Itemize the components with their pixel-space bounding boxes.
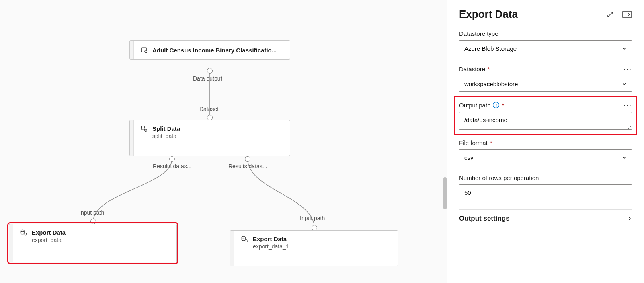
chevron-down-icon — [622, 46, 627, 51]
rows-input[interactable] — [459, 184, 632, 200]
required-asterisk: * — [502, 102, 504, 109]
node-handle[interactable] — [9, 224, 13, 262]
datastore-type-select[interactable]: Azure Blob Storage — [459, 40, 632, 56]
split-node-subtitle: split_data — [152, 133, 283, 139]
dataset-port-out-label: Data output — [193, 75, 222, 82]
output-path-label: Output path — [459, 102, 490, 109]
pipeline-canvas[interactable]: Adult Census Income Binary Classificatio… — [0, 0, 447, 283]
datastore-select[interactable]: workspaceblobstore — [459, 76, 632, 92]
node-handle[interactable] — [130, 120, 134, 156]
split-port-out2-label: Results datas... — [228, 163, 267, 169]
svg-point-4 — [21, 230, 24, 232]
panel-title: Export Data — [459, 8, 518, 21]
split-port-out1[interactable] — [169, 156, 175, 162]
chevron-right-icon — [627, 216, 632, 221]
svg-point-5 — [242, 236, 245, 238]
info-icon[interactable]: i — [493, 102, 499, 108]
output-path-more-button[interactable]: ··· — [623, 101, 632, 109]
export1-port-in-label: Input path — [79, 209, 104, 216]
dataset-port-out[interactable] — [207, 68, 213, 74]
node-handle[interactable] — [130, 41, 134, 59]
export2-node-title: Export Data — [253, 235, 391, 242]
panel-header: Export Data — [459, 8, 632, 21]
node-handle[interactable] — [230, 231, 234, 266]
output-settings-label: Output settings — [459, 215, 510, 223]
datastore-type-value: Azure Blob Storage — [464, 45, 517, 52]
properties-panel: Export Data Datastore type Azure Blob St… — [447, 0, 644, 283]
chevron-down-icon — [622, 155, 627, 160]
file-format-select[interactable]: csv — [459, 149, 632, 165]
export2-port-in-label: Input path — [300, 215, 325, 221]
dataset-icon — [140, 46, 148, 54]
split-port-out2[interactable] — [245, 156, 250, 162]
datastore-type-group: Datastore type Azure Blob Storage — [459, 30, 632, 56]
split-data-icon — [140, 125, 148, 132]
file-format-group: File format * csv — [459, 139, 632, 165]
datastore-type-label: Datastore type — [459, 30, 632, 37]
split-node-title: Split Data — [152, 125, 283, 132]
export2-port-in[interactable] — [312, 225, 317, 231]
datastore-label: Datastore — [459, 66, 485, 72]
output-settings-section[interactable]: Output settings — [459, 209, 632, 223]
dataset-node-title: Adult Census Income Binary Classificatio… — [152, 47, 277, 54]
svg-point-1 — [145, 50, 147, 53]
split-port-in-label: Dataset — [199, 106, 219, 112]
svg-rect-6 — [623, 12, 632, 17]
split-port-out1-label: Results datas... — [153, 163, 192, 169]
collapse-panel-icon[interactable] — [622, 10, 632, 19]
export2-node-subtitle: export_data_1 — [253, 243, 391, 250]
expand-icon[interactable] — [606, 10, 614, 19]
export1-port-in[interactable] — [90, 219, 96, 224]
required-asterisk: * — [488, 66, 490, 72]
rows-group: Number of rows per operation — [459, 174, 632, 200]
split-node[interactable]: Split Data split_data — [129, 120, 290, 156]
chevron-down-icon — [622, 81, 627, 86]
export-data-icon — [241, 235, 248, 243]
dataset-node[interactable]: Adult Census Income Binary Classificatio… — [129, 40, 290, 60]
export-data-icon — [20, 229, 27, 236]
split-port-in[interactable] — [207, 115, 213, 120]
file-format-value: csv — [464, 154, 474, 161]
export-data-node-2[interactable]: Export Data export_data_1 — [230, 230, 398, 266]
canvas-scrollbar[interactable] — [443, 177, 447, 209]
file-format-label: File format — [459, 139, 488, 146]
rows-label: Number of rows per operation — [459, 174, 632, 181]
export-data-node-1[interactable]: Export Data export_data — [9, 224, 177, 262]
datastore-value: workspaceblobstore — [464, 81, 518, 87]
required-asterisk: * — [490, 139, 492, 146]
svg-point-2 — [141, 126, 145, 128]
datastore-group: Datastore * ··· workspaceblobstore — [459, 65, 632, 92]
output-path-group: Output path i * ··· — [458, 101, 633, 130]
datastore-more-button[interactable]: ··· — [623, 65, 632, 72]
export1-node-title: Export Data — [32, 229, 170, 236]
export1-node-subtitle: export_data — [32, 237, 170, 243]
output-path-input[interactable] — [459, 112, 632, 130]
